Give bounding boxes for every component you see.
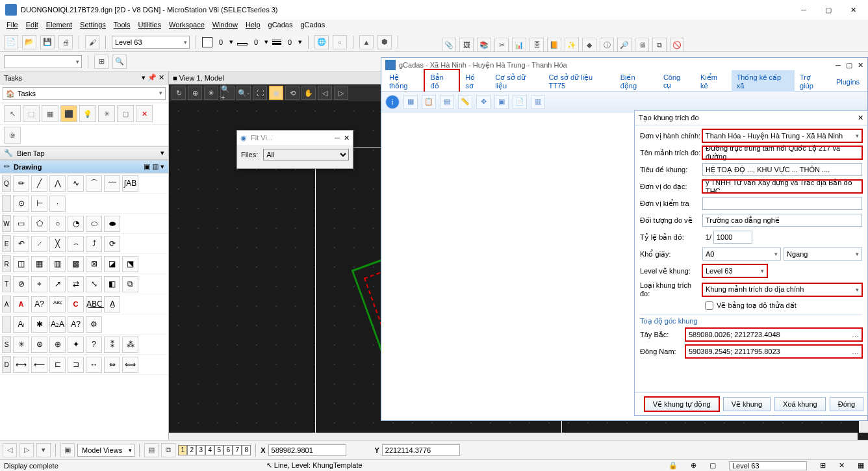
measure-icon[interactable]: ✳ bbox=[98, 105, 115, 122]
view-btn-7[interactable]: 7 bbox=[233, 445, 242, 455]
gc-move-icon[interactable]: ✥ bbox=[476, 95, 491, 109]
view-btn-2[interactable]: 2 bbox=[187, 445, 196, 455]
snap-icon[interactable]: ⊕ bbox=[691, 461, 696, 470]
grid-settings-icon[interactable]: ⊞ bbox=[94, 55, 108, 69]
btn-xoakhung[interactable]: Xoá khung bbox=[774, 397, 826, 411]
raster-icon[interactable]: 🖼 bbox=[459, 38, 474, 52]
tool-t6[interactable]: ◧ bbox=[104, 276, 120, 292]
btn-vekhung-auto[interactable]: Vẽ khung tự động bbox=[645, 397, 719, 411]
bulb-icon[interactable]: 💡 bbox=[79, 105, 96, 122]
gc-info-icon[interactable]: i bbox=[385, 95, 400, 109]
weight-swatch[interactable] bbox=[272, 40, 281, 45]
gc-menu-congcu[interactable]: Công cụ bbox=[658, 70, 695, 93]
gc-layers-icon[interactable]: 📋 bbox=[422, 95, 436, 109]
tool-w2[interactable]: ⬠ bbox=[31, 216, 47, 232]
tool-w4[interactable]: ◔ bbox=[68, 216, 84, 232]
3d-icon[interactable]: ▲ bbox=[359, 35, 374, 49]
tool-a2[interactable]: A? bbox=[31, 296, 47, 312]
find2-icon[interactable]: 🔎 bbox=[617, 38, 632, 52]
tool-s7[interactable]: ⁂ bbox=[122, 337, 138, 353]
highlighted-tool-icon[interactable]: ⬛ bbox=[60, 105, 77, 122]
view-btn-1[interactable]: 1 bbox=[178, 445, 187, 455]
tool-q10[interactable]: · bbox=[49, 196, 66, 212]
status-level-field[interactable]: Level 63 bbox=[729, 461, 807, 470]
linestyle-swatch[interactable] bbox=[237, 43, 248, 45]
y-coord-input[interactable] bbox=[382, 444, 460, 456]
sb2-tool1-icon[interactable]: ⊞ bbox=[820, 461, 826, 470]
field-level[interactable]: Level 63 bbox=[702, 264, 767, 277]
sb2-tool2-icon[interactable]: ✕ bbox=[839, 461, 845, 470]
levels-icon[interactable]: 📊 bbox=[512, 38, 526, 52]
tool-r7[interactable]: ⬔ bbox=[122, 256, 138, 272]
field-dvkt[interactable] bbox=[702, 197, 862, 210]
menu-edit[interactable]: Edit bbox=[26, 21, 38, 31]
field-scale[interactable]: 1000 bbox=[713, 231, 752, 244]
tool-s6[interactable]: ⁑ bbox=[104, 337, 120, 353]
btn-dong[interactable]: Đóng bbox=[830, 397, 863, 411]
display-icon[interactable]: 🖥 bbox=[635, 38, 649, 52]
wand-icon[interactable]: ✨ bbox=[565, 38, 579, 52]
tool-a3[interactable]: ᴬᴮᶜ bbox=[49, 296, 66, 312]
tasks-selector[interactable]: Tasks bbox=[3, 87, 166, 100]
view-btn-8[interactable]: 8 bbox=[242, 445, 251, 455]
menu-gcadas-1[interactable]: gCadas bbox=[268, 21, 293, 31]
books-icon[interactable]: 📙 bbox=[547, 38, 561, 52]
field-dvhc[interactable]: Thanh Hóa - Huyện Hà Trung - Xã Hà Ninh bbox=[702, 129, 862, 142]
view-rotate-icon[interactable]: ⟲ bbox=[285, 86, 300, 100]
sb2-tool3-icon[interactable]: ▦ bbox=[858, 461, 864, 470]
new-file-icon[interactable]: 📄 bbox=[4, 35, 18, 49]
field-taybac[interactable]: 589080.0026; 2212723.4048 bbox=[685, 328, 862, 341]
tool-q8[interactable]: ⊙ bbox=[13, 196, 29, 212]
tool-w5[interactable]: ⬭ bbox=[86, 216, 102, 232]
fit-dlg-min-icon[interactable]: ─ bbox=[335, 134, 340, 142]
tool-r3[interactable]: ▥ bbox=[49, 256, 66, 272]
field-huong[interactable]: Ngang bbox=[784, 248, 862, 261]
bien-tap-section[interactable]: 🔧 Bien Tap ▾ bbox=[0, 146, 168, 160]
btn-vekhung[interactable]: Vẽ khung bbox=[723, 397, 771, 411]
gcadas-close-icon[interactable]: ✕ bbox=[858, 61, 863, 70]
sb-model-icon[interactable]: ▣ bbox=[60, 443, 75, 457]
checkbox-vebang[interactable] bbox=[705, 301, 713, 310]
tool-d2[interactable]: ⟵ bbox=[31, 357, 47, 373]
view-window-active-icon[interactable]: ▣ bbox=[269, 86, 283, 100]
tool-q4[interactable]: ∿ bbox=[68, 175, 84, 192]
close-icon[interactable]: ✕ bbox=[843, 3, 863, 16]
field-loaikhung[interactable]: Khung mảnh trích đo địa chính bbox=[702, 283, 862, 296]
stop-icon[interactable]: 🚫 bbox=[670, 38, 684, 52]
print-icon[interactable]: 🖨 bbox=[58, 35, 73, 49]
panel-close-icon[interactable]: ✕ bbox=[858, 114, 863, 122]
sb2-box-icon[interactable]: ▢ bbox=[709, 461, 716, 470]
clip-icon[interactable]: ✂ bbox=[494, 38, 509, 52]
gc-grid-icon[interactable]: ▦ bbox=[403, 95, 418, 109]
seq-icon[interactable]: ⑨ bbox=[4, 127, 21, 144]
tool-q6[interactable]: 〰 bbox=[104, 175, 120, 192]
field-dvdd[interactable]: y TNHH Tư vấn Xây dựng và Trắc địa Bản đ… bbox=[702, 180, 862, 193]
view-next-icon[interactable]: ▷ bbox=[334, 86, 348, 100]
tool-e4[interactable]: ⌢ bbox=[68, 236, 84, 252]
tool-a11[interactable]: ⚙ bbox=[86, 316, 102, 333]
view-btn-5[interactable]: 5 bbox=[214, 445, 223, 455]
view-zoomin-icon[interactable]: 🔍+ bbox=[220, 86, 235, 100]
fit-files-select[interactable]: All bbox=[263, 149, 349, 160]
tool-q2[interactable]: ╱ bbox=[31, 175, 47, 192]
tool-r6[interactable]: ◪ bbox=[104, 256, 120, 272]
tool-r2[interactable]: ▦ bbox=[31, 256, 47, 272]
gc-menu-csdl75[interactable]: Cơ sở dữ liệu TT75 bbox=[543, 70, 615, 93]
tasks-controls[interactable]: ▾ 📌 ✕ bbox=[142, 73, 164, 82]
view-sun-icon[interactable]: ☀ bbox=[204, 86, 218, 100]
gc-ruler-icon[interactable]: 📏 bbox=[458, 95, 472, 109]
x-coord-input[interactable] bbox=[268, 444, 346, 456]
menu-help[interactable]: Help bbox=[246, 21, 261, 31]
square-icon[interactable]: ▫ bbox=[333, 35, 347, 49]
db-icon[interactable]: 🗄 bbox=[530, 38, 544, 52]
tool-e2[interactable]: ⟋ bbox=[31, 236, 47, 252]
tool-e1[interactable]: ↶ bbox=[13, 236, 29, 252]
tool-s2[interactable]: ⊛ bbox=[31, 337, 47, 353]
save-icon[interactable]: 💾 bbox=[40, 35, 55, 49]
gc-menu-bando[interactable]: Bản đồ bbox=[424, 69, 460, 95]
shape-icon[interactable]: ◆ bbox=[582, 38, 596, 52]
tool-a5[interactable]: A͟B͟C͟ bbox=[86, 296, 102, 312]
menu-window[interactable]: Window bbox=[212, 21, 238, 31]
maximize-icon[interactable]: ▢ bbox=[819, 3, 838, 16]
sb-left1-icon[interactable]: ◁ bbox=[3, 443, 17, 457]
